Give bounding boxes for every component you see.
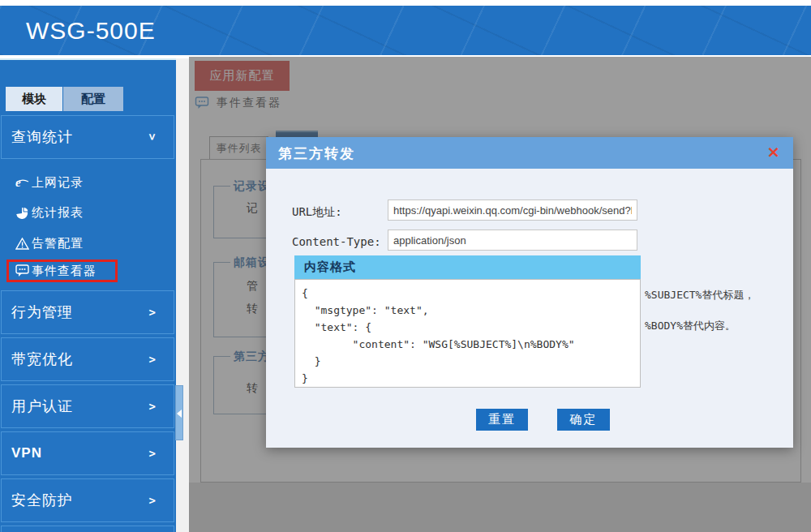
- top-white-strip: [0, 0, 811, 6]
- chevron-right-icon: >: [149, 400, 156, 413]
- sidebar-collapse-handle[interactable]: [175, 385, 183, 440]
- close-icon[interactable]: ×: [766, 142, 780, 161]
- tab-config[interactable]: 配置: [63, 87, 123, 111]
- chevron-down-icon: >: [146, 134, 159, 140]
- sidebar-item-alarm-config[interactable]: 告警配置: [0, 230, 175, 256]
- tab-modules[interactable]: 模块: [6, 87, 62, 111]
- content-type-label: Content-Type:: [292, 235, 381, 248]
- warning-icon: [14, 236, 30, 251]
- content-type-input[interactable]: [388, 230, 637, 251]
- app-title: WSG-500E: [26, 17, 156, 45]
- pie-chart-icon: [14, 205, 30, 220]
- url-input[interactable]: [388, 200, 637, 221]
- sidebar-item-web-records[interactable]: e 上网记录: [0, 169, 175, 195]
- subject-placeholder-hint: %SUBJECT%替代标题，: [645, 288, 791, 302]
- chevron-right-icon: >: [149, 494, 156, 507]
- sidebar-group-user-auth[interactable]: 用户认证 >: [1, 384, 174, 428]
- sidebar: 模块 配置 查询统计 > e 上网记录 统计报表 告警配置 事件查看器 行为管理…: [0, 58, 176, 532]
- event-viewer-highlight-box: [6, 260, 118, 282]
- reset-button[interactable]: 重置: [476, 409, 528, 431]
- sidebar-gutter: [176, 58, 189, 532]
- sidebar-group-query-stats[interactable]: 查询统计 >: [1, 115, 174, 159]
- body-placeholder-hint: %BODY%替代内容。: [645, 319, 791, 333]
- chevron-right-icon: >: [149, 447, 156, 460]
- third-party-forward-dialog: 第三方转发 × URL地址: Content-Type: 内容格式 { "msg…: [266, 137, 793, 448]
- sidebar-group-vpn[interactable]: VPN >: [1, 431, 174, 475]
- dialog-titlebar: 第三方转发 ×: [266, 137, 793, 169]
- url-label: URL地址:: [292, 205, 342, 220]
- content-format-textarea[interactable]: { "msgtype": "text", "text": { "content"…: [294, 279, 641, 388]
- sidebar-item-statistics-report[interactable]: 统计报表: [0, 200, 175, 225]
- dialog-title: 第三方转发: [278, 144, 355, 163]
- browser-icon: e: [14, 175, 30, 190]
- chevron-right-icon: >: [149, 306, 156, 319]
- content-format-header: 内容格式: [294, 255, 641, 279]
- sidebar-group-partial[interactable]: [1, 526, 174, 532]
- sidebar-group-security[interactable]: 安全防护 >: [1, 478, 174, 522]
- sidebar-tab-strip: 模块 配置: [6, 87, 123, 111]
- sidebar-group-behavior-mgmt[interactable]: 行为管理 >: [1, 290, 174, 334]
- sidebar-group-bandwidth[interactable]: 带宽优化 >: [1, 337, 174, 381]
- app-header: WSG-500E: [0, 6, 811, 57]
- ok-button[interactable]: 确定: [557, 409, 610, 431]
- collapse-left-arrow-icon: [177, 410, 182, 418]
- chevron-right-icon: >: [149, 353, 156, 366]
